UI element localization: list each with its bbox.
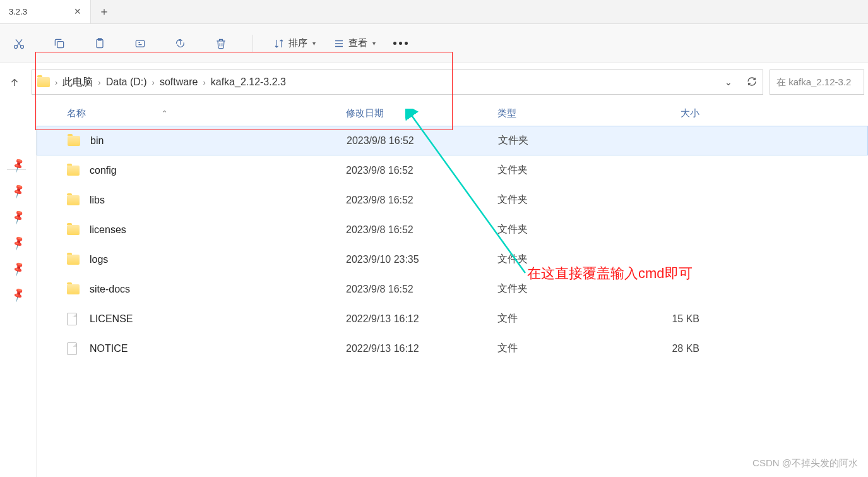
main-area: 📌 📌 📌 📌 📌 📌 名称 ⌃ 修改日期 类型 大小 bin2023/9/8 … [0, 101, 868, 477]
file-size: 15 KB [624, 313, 699, 325]
folder-icon [67, 166, 80, 176]
pin-icon[interactable]: 📌 [9, 234, 27, 251]
svg-rect-5 [136, 40, 144, 47]
column-header-date[interactable]: 修改日期 [346, 107, 497, 119]
file-type: 文件夹 [497, 193, 624, 207]
breadcrumb[interactable]: 此电脑 [62, 76, 93, 89]
chevron-down-icon: ▾ [312, 40, 316, 47]
active-tab[interactable]: 3.2.3 ✕ [0, 0, 91, 23]
file-date: 2022/9/13 16:12 [346, 343, 497, 354]
file-date: 2023/9/8 16:52 [346, 284, 497, 295]
breadcrumb[interactable]: software [160, 76, 198, 88]
chevron-right-icon: › [203, 78, 205, 87]
view-button[interactable]: 查看 ▾ [333, 37, 376, 49]
new-tab-button[interactable]: ＋ [91, 0, 117, 23]
file-name: LICENSE [90, 313, 346, 325]
address-bar[interactable]: › 此电脑 › Data (D:) › software › kafka_2.1… [32, 69, 763, 95]
column-headers: 名称 ⌃ 修改日期 类型 大小 [37, 101, 868, 126]
column-header-size[interactable]: 大小 [624, 107, 699, 119]
pin-icon[interactable]: 📌 [9, 208, 27, 225]
folder-icon [67, 284, 80, 294]
folder-icon [67, 225, 80, 235]
file-name: libs [90, 195, 346, 206]
file-row[interactable]: licenses2023/9/8 16:52文件夹 [37, 215, 868, 245]
file-date: 2023/9/8 16:52 [346, 195, 497, 206]
file-type: 文件夹 [497, 164, 624, 177]
content-pane: 名称 ⌃ 修改日期 类型 大小 bin2023/9/8 16:52文件夹conf… [37, 101, 868, 477]
file-date: 2022/9/13 16:12 [346, 313, 497, 325]
sort-indicator-icon: ⌃ [162, 109, 167, 118]
file-row[interactable]: logs2023/9/10 23:35文件夹 [37, 245, 868, 274]
pin-icon[interactable]: 📌 [9, 157, 27, 173]
share-icon[interactable] [169, 32, 192, 55]
breadcrumb[interactable]: kafka_2.12-3.2.3 [211, 76, 286, 88]
file-name: config [90, 165, 346, 176]
view-label: 查看 [348, 37, 367, 49]
file-name: NOTICE [90, 343, 346, 354]
tabs-bar: 3.2.3 ✕ ＋ [0, 0, 868, 24]
file-type: 文件 [497, 312, 624, 325]
rename-icon[interactable] [129, 32, 152, 55]
more-icon [393, 42, 408, 45]
file-row[interactable]: config2023/9/8 16:52文件夹 [37, 155, 868, 185]
history-dropdown[interactable]: ⌄ [725, 77, 732, 87]
file-type: 文件夹 [498, 134, 624, 147]
file-row[interactable]: libs2023/9/8 16:52文件夹 [37, 185, 868, 215]
file-date: 2023/9/8 16:52 [346, 224, 497, 236]
chevron-right-icon: › [98, 78, 100, 87]
search-input[interactable]: 在 kafka_2.12-3.2 [770, 69, 864, 95]
file-date: 2023/9/8 16:52 [346, 165, 497, 176]
file-row[interactable]: site-docs2023/9/8 16:52文件夹 [37, 274, 868, 304]
refresh-button[interactable] [746, 76, 758, 89]
file-row[interactable]: NOTICE2022/9/13 16:12文件28 KB [37, 334, 868, 363]
paste-icon[interactable] [88, 32, 111, 55]
folder-icon [67, 195, 80, 205]
sidebar: 📌 📌 📌 📌 📌 📌 [0, 101, 37, 477]
file-size: 28 KB [624, 343, 699, 354]
file-name: licenses [90, 224, 346, 236]
copy-icon[interactable] [48, 32, 71, 55]
file-date: 2023/9/10 23:35 [346, 254, 497, 265]
file-name: bin [90, 135, 347, 147]
toolbar-separator [253, 35, 253, 52]
chevron-right-icon: › [152, 78, 155, 87]
file-date: 2023/9/8 16:52 [347, 135, 498, 147]
file-icon [67, 342, 77, 355]
file-row[interactable]: bin2023/9/8 16:52文件夹 [37, 126, 868, 155]
file-type: 文件夹 [497, 282, 624, 296]
file-name: logs [90, 254, 346, 265]
tab-title: 3.2.3 [9, 7, 27, 16]
folder-icon [37, 77, 50, 87]
sort-button[interactable]: 排序 ▾ [273, 37, 316, 49]
svg-point-0 [15, 45, 18, 48]
delete-icon[interactable] [210, 32, 232, 55]
file-list: bin2023/9/8 16:52文件夹config2023/9/8 16:52… [37, 126, 868, 363]
svg-rect-2 [57, 41, 64, 47]
file-row[interactable]: LICENSE2022/9/13 16:12文件15 KB [37, 304, 868, 334]
sort-label: 排序 [288, 37, 307, 49]
pin-icon[interactable]: 📌 [9, 286, 27, 303]
toolbar: 排序 ▾ 查看 ▾ [0, 24, 868, 63]
chevron-down-icon: ▾ [372, 40, 376, 47]
search-placeholder: 在 kafka_2.12-3.2 [776, 76, 851, 88]
chevron-right-icon: › [55, 78, 57, 87]
file-icon [67, 313, 77, 325]
file-type: 文件夹 [497, 253, 624, 266]
column-header-name[interactable]: 名称 ⌃ [67, 107, 346, 119]
more-button[interactable] [393, 42, 408, 45]
column-header-type[interactable]: 类型 [497, 107, 624, 119]
folder-icon [68, 136, 80, 146]
address-row: › 此电脑 › Data (D:) › software › kafka_2.1… [0, 63, 868, 101]
svg-point-1 [21, 45, 24, 48]
file-name: site-docs [90, 284, 346, 295]
pin-icon[interactable]: 📌 [9, 183, 27, 199]
close-icon[interactable]: ✕ [71, 6, 84, 16]
watermark: CSDN @不掉头发的阿水 [752, 457, 858, 469]
folder-icon [67, 255, 80, 265]
pin-icon[interactable]: 📌 [9, 260, 27, 277]
file-type: 文件夹 [497, 223, 624, 236]
cut-icon[interactable] [8, 32, 30, 55]
up-button[interactable] [4, 71, 25, 93]
file-type: 文件 [497, 342, 624, 355]
breadcrumb[interactable]: Data (D:) [106, 76, 147, 88]
